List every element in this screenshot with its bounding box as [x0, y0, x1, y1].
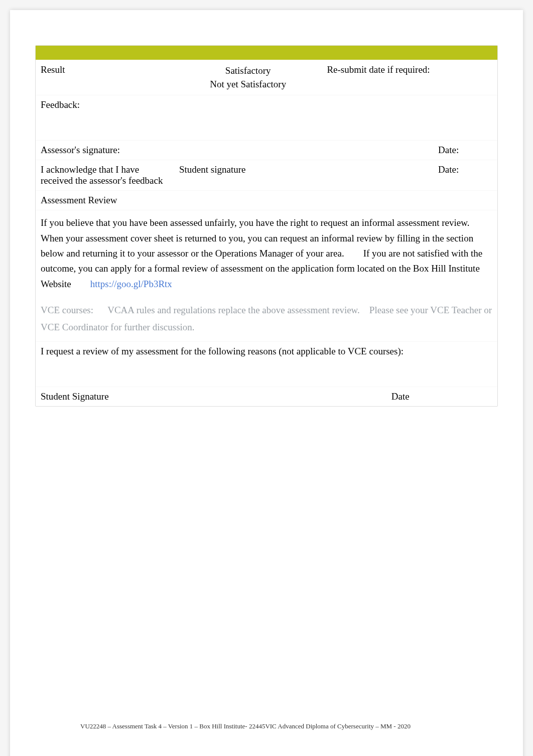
vce-text: VCAA rules and regulations replace the a… [41, 305, 492, 332]
assessment-review-heading-row: Assessment Review [36, 191, 497, 210]
review-signature-row: Student Signature Date [36, 387, 497, 406]
review-link[interactable]: https://goo.gl/Pb3Rtx [90, 279, 172, 289]
review-date-label: Date [391, 391, 410, 402]
result-table: Result Satisfactory Not yet Satisfactory… [36, 60, 497, 406]
assessment-review-body-row: If you believe that you have been assess… [36, 210, 497, 341]
result-row: Result Satisfactory Not yet Satisfactory… [36, 60, 497, 95]
assessor-signature-label: Assessor's signature: [41, 145, 120, 155]
ack-date-label: Date: [438, 164, 459, 175]
review-reasons-row: I request a review of my assessment for … [36, 341, 497, 387]
form-container: Result Satisfactory Not yet Satisfactory… [35, 45, 498, 407]
acknowledgement-row: I acknowledge that I have received the a… [36, 160, 497, 191]
feedback-row: Feedback: [36, 95, 497, 141]
review-reasons-label: I request a review of my assessment for … [41, 346, 404, 356]
review-paragraph-a: If you believe that you have been assess… [41, 217, 469, 228]
footer-text: VU22248 – Assessment Task 4 – Version 1 … [80, 722, 411, 730]
acknowledgement-text: I acknowledge that I have received the a… [41, 164, 163, 186]
header-band [36, 46, 497, 60]
result-option-satisfactory[interactable]: Satisfactory [179, 64, 317, 78]
vce-note: VCE courses: VCAA rules and regulations … [36, 297, 497, 341]
vce-label: VCE courses: [41, 305, 93, 315]
result-option-not-yet[interactable]: Not yet Satisfactory [179, 78, 317, 91]
result-label: Result [41, 64, 65, 75]
assessor-signature-row: Assessor's signature: Date: [36, 141, 497, 160]
assessment-review-heading: Assessment Review [41, 195, 117, 205]
resubmit-label: Re-submit date if required: [327, 64, 430, 75]
review-student-signature-label: Student Signature [41, 391, 109, 402]
page-footer: VU22248 – Assessment Task 4 – Version 1 … [80, 722, 411, 731]
feedback-label: Feedback: [41, 99, 80, 110]
student-signature-label: Student signature [179, 164, 245, 175]
assessor-date-label: Date: [438, 145, 459, 155]
document-page: Result Satisfactory Not yet Satisfactory… [10, 10, 523, 756]
assessment-review-text: If you believe that you have been assess… [36, 210, 497, 297]
